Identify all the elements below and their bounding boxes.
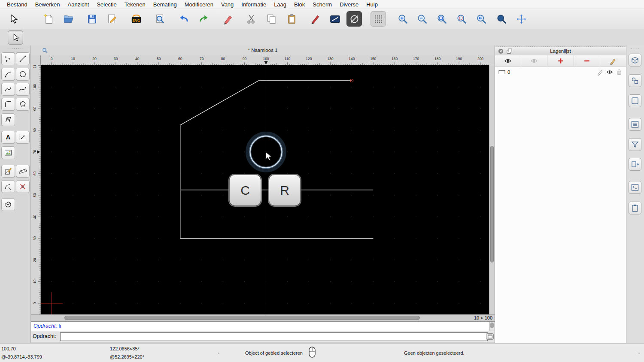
- zoom-previous-button[interactable]: [474, 11, 489, 27]
- image-tool-button[interactable]: [1, 146, 15, 159]
- horizontal-scrollbar-thumb[interactable]: [64, 316, 420, 320]
- clipboard-panel-toggle[interactable]: [629, 202, 641, 214]
- zoom-selection-button[interactable]: [454, 11, 469, 27]
- remove-layer-button[interactable]: [574, 55, 600, 66]
- layer-row[interactable]: 0: [495, 68, 626, 76]
- menu-blok[interactable]: Blok: [290, 1, 309, 8]
- circle-tool-button[interactable]: [16, 68, 30, 81]
- edit-layer-button[interactable]: [600, 55, 626, 66]
- new-document-button[interactable]: [41, 11, 56, 27]
- command-line-toggle[interactable]: [629, 181, 641, 194]
- pan-button[interactable]: [513, 11, 529, 27]
- polygon-tool-button[interactable]: [16, 98, 30, 111]
- save-button[interactable]: [84, 11, 100, 27]
- arc-tool-button[interactable]: [1, 68, 15, 81]
- freehand-tool-icon: [4, 85, 12, 94]
- zoom-fit-button[interactable]: [434, 11, 450, 27]
- paste-button[interactable]: [284, 11, 299, 27]
- svg-text:110: 110: [33, 65, 37, 68]
- keycap-c-label: C: [240, 183, 250, 198]
- menu-bemating[interactable]: Bemating: [149, 1, 181, 8]
- svg-export-button[interactable]: SVG: [128, 11, 144, 27]
- freehand-tool-button[interactable]: [1, 83, 15, 96]
- hatch-tool-button[interactable]: [1, 113, 15, 126]
- menu-modificeren[interactable]: Modificeren: [181, 1, 217, 8]
- close-icon[interactable]: [498, 48, 504, 54]
- zoom-window-button[interactable]: [494, 11, 509, 27]
- property-editor-toggle[interactable]: [629, 54, 641, 66]
- layer-lock-icon[interactable]: [616, 69, 623, 75]
- command-detach-button[interactable]: [486, 333, 494, 340]
- measure-tool-button[interactable]: [16, 165, 30, 178]
- add-layer-button[interactable]: [547, 55, 574, 66]
- erase-button[interactable]: [220, 11, 236, 27]
- scissors-icon: [246, 13, 257, 25]
- ruler-corner-right: [489, 55, 495, 65]
- box-3d-tool-button[interactable]: [1, 198, 15, 211]
- redo-button[interactable]: [196, 11, 211, 27]
- fillet-tool-button[interactable]: [1, 98, 15, 111]
- fill-pattern-tool-button[interactable]: [1, 165, 15, 178]
- text-tool-icon: A: [4, 133, 12, 142]
- menu-selectie[interactable]: Selectie: [93, 1, 120, 8]
- menu-vang[interactable]: Vang: [217, 1, 237, 8]
- block-list-toggle[interactable]: [629, 74, 641, 87]
- detach-panel-icon[interactable]: [507, 48, 512, 54]
- menu-laag[interactable]: Laag: [270, 1, 290, 8]
- drawing-canvas[interactable]: C R: [41, 65, 489, 314]
- menu-informatie[interactable]: Informatie: [237, 1, 270, 8]
- dimension-tool-button[interactable]: [16, 131, 30, 144]
- edit-drawing-button[interactable]: [104, 11, 120, 27]
- layer-edit-icon[interactable]: [597, 69, 604, 75]
- absolute-coordinate: 100,70: [1, 346, 16, 351]
- line-tool-button[interactable]: [16, 52, 30, 65]
- menu-bestand[interactable]: Bestand: [3, 1, 31, 8]
- vertical-scrollbar-thumb[interactable]: [490, 146, 494, 262]
- command-history-label: Opdracht:: [33, 323, 57, 329]
- copy-button[interactable]: [264, 11, 279, 27]
- trim-tool-button[interactable]: [1, 180, 15, 193]
- pen-style-button[interactable]: [307, 11, 323, 27]
- library-browser-toggle[interactable]: [629, 158, 641, 171]
- svg-text:20: 20: [92, 57, 97, 61]
- undo-button[interactable]: [176, 11, 191, 27]
- svg-text:80: 80: [33, 128, 37, 133]
- svg-text:10: 10: [33, 280, 37, 284]
- command-history-scrollbar[interactable]: [489, 322, 495, 331]
- command-history-scrollbar-thumb[interactable]: [490, 323, 494, 328]
- snap-tool-button[interactable]: [16, 180, 30, 193]
- print-preview-button[interactable]: [152, 11, 167, 27]
- select-tool-button[interactable]: [5, 11, 21, 27]
- layer-visible-icon[interactable]: [606, 69, 613, 75]
- spline-tool-button[interactable]: [16, 83, 30, 96]
- menu-scherm[interactable]: Scherm: [309, 1, 336, 8]
- image-tool-icon: [4, 148, 12, 157]
- menu-bewerken[interactable]: Bewerken: [31, 1, 64, 8]
- tool-options-bar: [0, 29, 644, 46]
- vertical-scrollbar[interactable]: [489, 65, 495, 314]
- point-tool-button[interactable]: [1, 52, 15, 65]
- layer-list-toggle[interactable]: [629, 118, 641, 131]
- menu-diverse[interactable]: Diverse: [336, 1, 362, 8]
- grid-toggle-button[interactable]: [371, 11, 386, 27]
- horizontal-scrollbar[interactable]: 10 < 100: [31, 314, 495, 321]
- menu-tekenen[interactable]: Tekenen: [121, 1, 149, 8]
- dock-grip[interactable]: [631, 48, 640, 49]
- menu-aanzicht[interactable]: Aanzicht: [64, 1, 93, 8]
- text-tool-button[interactable]: A: [1, 131, 15, 144]
- command-input[interactable]: [60, 332, 488, 341]
- fill-style-button[interactable]: [346, 11, 362, 27]
- selection-filter-toggle[interactable]: [629, 138, 641, 151]
- cut-button[interactable]: [243, 11, 259, 27]
- cube-icon: [630, 55, 640, 65]
- open-button[interactable]: [61, 11, 76, 27]
- hide-all-layers-button[interactable]: [521, 55, 547, 66]
- menu-hulp[interactable]: Hulp: [362, 1, 382, 8]
- zoom-in-button[interactable]: [395, 11, 410, 27]
- show-all-layers-button[interactable]: [495, 55, 521, 66]
- line-style-button[interactable]: [327, 11, 343, 27]
- palette-grip[interactable]: [7, 48, 24, 49]
- view-list-toggle[interactable]: [629, 94, 641, 107]
- current-tool-button[interactable]: [8, 30, 23, 45]
- zoom-out-button[interactable]: [414, 11, 430, 27]
